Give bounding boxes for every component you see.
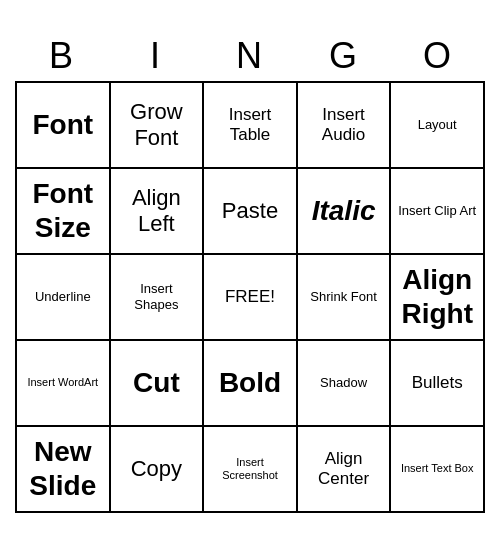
bingo-cell-2: Insert Table [204,83,298,169]
bingo-cell-18: Shadow [298,341,392,427]
bingo-cell-21: Copy [111,427,205,513]
bingo-cell-4: Layout [391,83,485,169]
bingo-cell-3: Insert Audio [298,83,392,169]
bingo-cell-7: Paste [204,169,298,255]
bingo-cell-11: Insert Shapes [111,255,205,341]
bingo-grid: FontGrow FontInsert TableInsert AudioLay… [15,81,485,513]
bingo-cell-14: Align Right [391,255,485,341]
bingo-cell-8: Italic [298,169,392,255]
bingo-cell-16: Cut [111,341,205,427]
bingo-cell-10: Underline [17,255,111,341]
bingo-cell-15: Insert WordArt [17,341,111,427]
header-g: G [297,31,391,81]
header-i: I [109,31,203,81]
bingo-cell-23: Align Center [298,427,392,513]
bingo-cell-9: Insert Clip Art [391,169,485,255]
bingo-cell-12: FREE! [204,255,298,341]
bingo-cell-1: Grow Font [111,83,205,169]
header-b: B [15,31,109,81]
bingo-cell-17: Bold [204,341,298,427]
header-n: N [203,31,297,81]
bingo-cell-20: New Slide [17,427,111,513]
bingo-cell-0: Font [17,83,111,169]
bingo-cell-24: Insert Text Box [391,427,485,513]
bingo-card: B I N G O FontGrow FontInsert TableInser… [15,31,485,513]
bingo-cell-5: Font Size [17,169,111,255]
bingo-cell-13: Shrink Font [298,255,392,341]
bingo-cell-19: Bullets [391,341,485,427]
bingo-cell-6: Align Left [111,169,205,255]
bingo-cell-22: Insert Screenshot [204,427,298,513]
bingo-header: B I N G O [15,31,485,81]
header-o: O [391,31,485,81]
